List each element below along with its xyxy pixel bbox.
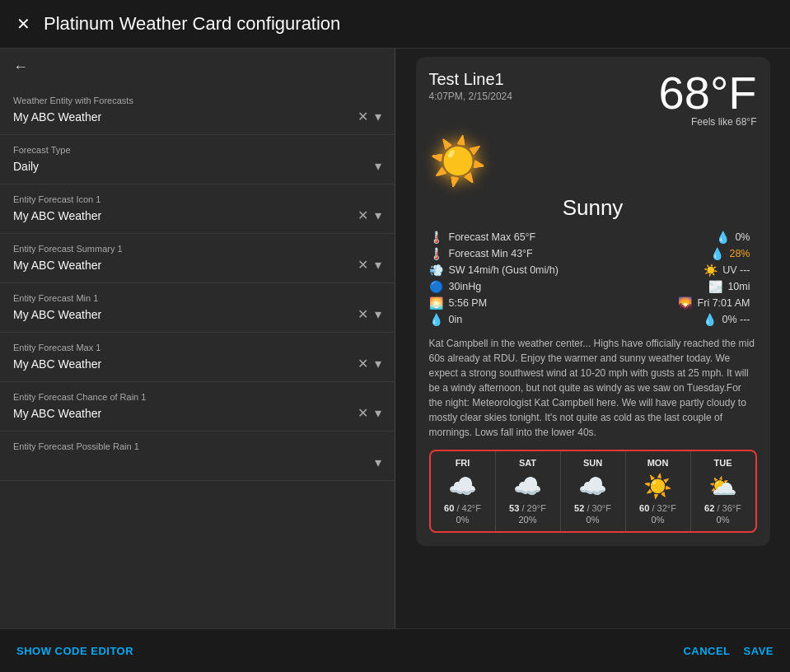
sunrise-icon: 🌄 <box>678 296 693 310</box>
pressure-detail: 30inHg <box>449 281 482 292</box>
forecast-icon-sat: ☁️ <box>499 473 557 500</box>
field-weather-entity: Weather Entity with Forecasts My ABC Wea… <box>0 86 395 135</box>
field-forecast-icon-1: Entity Forecast Icon 1 My ABC Weather ✕ … <box>0 184 395 234</box>
forecast-temps-tue: 62 / 36°F <box>694 503 752 513</box>
save-button[interactable]: SAVE <box>744 645 774 657</box>
card-condition: Sunny <box>429 195 757 221</box>
uv-detail: UV --- <box>722 264 750 276</box>
field-value-forecast-summary-1: My ABC Weather <box>13 259 101 272</box>
rain-pct-icon: 💧 <box>702 313 717 326</box>
field-forecast-chance-rain-1: Entity Forecast Chance of Rain 1 My ABC … <box>0 382 395 432</box>
field-forecast-possible-rain-1: Entity Forecast Possible Rain 1 ▾ <box>0 432 395 481</box>
forecast-day-name-tue: TUE <box>694 458 752 468</box>
field-label-forecast-icon-1: Entity Forecast Icon 1 <box>13 194 381 204</box>
pressure-icon: 🔵 <box>429 280 444 293</box>
sun-icon: ☀️ <box>429 134 487 189</box>
rain-chance-value: 0% <box>735 231 750 243</box>
forecast-day-fri: FRI ☁️ 60 / 42°F 0% <box>431 451 496 531</box>
forecast-icon-mon: ☀️ <box>629 473 687 500</box>
thermometer-up-icon: 🌡️ <box>429 231 444 244</box>
thermometer-down-icon: 🌡️ <box>429 247 444 260</box>
forecast-day-name-sat: SAT <box>499 458 557 468</box>
chevron-down-icon-forecast-possible-rain-1[interactable]: ▾ <box>375 455 381 470</box>
forecast-precip-sat: 20% <box>499 515 557 525</box>
wind-detail: SW 14mi/h (Gust 0mi/h) <box>449 264 559 276</box>
cancel-button[interactable]: CANCEL <box>683 645 730 657</box>
forecast-temps-sat: 53 / 29°F <box>499 503 557 513</box>
footer: SHOW CODE EDITOR CANCEL SAVE <box>0 628 790 672</box>
forecast-icon-sun: ☁️ <box>564 473 622 500</box>
forecast-day-name-sun: SUN <box>564 458 622 468</box>
field-label-forecast-summary-1: Entity Forecast Summary 1 <box>13 244 381 254</box>
forecast-precip-sun: 0% <box>564 515 622 525</box>
weather-card: Test Line1 4:07PM, 2/15/2024 68°F Feels … <box>416 57 770 546</box>
forecast-icon-tue: ⛅ <box>694 473 752 500</box>
rain-in-icon: 💧 <box>429 313 444 326</box>
show-code-editor-button[interactable]: SHOW CODE EDITOR <box>16 645 133 657</box>
back-arrow-icon: ← <box>13 58 28 76</box>
field-value-forecast-icon-1: My ABC Weather <box>13 209 101 222</box>
field-value-weather-entity: My ABC Weather <box>13 110 101 124</box>
card-datetime: 4:07PM, 2/15/2024 <box>429 91 512 102</box>
field-label-forecast-min-1: Entity Forecast Min 1 <box>13 293 381 303</box>
close-icon[interactable]: ✕ <box>16 14 30 34</box>
card-temperature: 68°F <box>659 70 757 116</box>
forecast-temps-sun: 52 / 30°F <box>564 503 622 513</box>
forecast-temps-mon: 60 / 32°F <box>629 503 687 513</box>
forecast-precip-mon: 0% <box>629 515 687 525</box>
chevron-down-icon-forecast-chance-rain-1[interactable]: ▾ <box>375 405 381 421</box>
rain-chance-2-value: 28% <box>729 248 750 259</box>
field-value-forecast-chance-rain-1: My ABC Weather <box>13 407 101 420</box>
sunset-detail: 5:56 PM <box>449 297 488 309</box>
back-button[interactable]: ← <box>0 49 395 86</box>
clear-icon-forecast-chance-rain-1[interactable]: ✕ <box>358 405 368 421</box>
field-forecast-max-1: Entity Forecast Max 1 My ABC Weather ✕ ▾ <box>0 333 395 382</box>
forecast-strip: FRI ☁️ 60 / 42°F 0% SAT ☁️ 53 / 29°F 20%… <box>429 450 757 533</box>
card-title: Test Line1 <box>429 70 512 89</box>
forecast-temps-fri: 60 / 42°F <box>434 503 492 513</box>
forecast-precip-fri: 0% <box>434 515 492 525</box>
field-forecast-summary-1: Entity Forecast Summary 1 My ABC Weather… <box>0 234 395 283</box>
field-value-forecast-type: Daily <box>13 160 39 173</box>
chevron-down-icon-weather-entity[interactable]: ▾ <box>375 109 381 124</box>
forecast-precip-tue: 0% <box>694 515 752 525</box>
field-label-forecast-chance-rain-1: Entity Forecast Chance of Rain 1 <box>13 392 381 402</box>
card-description: Kat Campbell in the weather center... Hi… <box>429 336 757 440</box>
field-forecast-type: Forecast Type Daily ▾ <box>0 135 395 184</box>
forecast-day-mon: MON ☀️ 60 / 32°F 0% <box>626 451 691 531</box>
clear-icon-forecast-min-1[interactable]: ✕ <box>358 306 368 322</box>
field-forecast-min-1: Entity Forecast Min 1 My ABC Weather ✕ ▾ <box>0 283 395 333</box>
rain-in-detail: 0in <box>449 314 463 325</box>
sunrise-detail: Fri 7:01 AM <box>698 297 750 309</box>
chevron-down-icon-forecast-min-1[interactable]: ▾ <box>375 306 381 322</box>
right-panel: Test Line1 4:07PM, 2/15/2024 68°F Feels … <box>395 49 790 628</box>
clear-icon-forecast-icon-1[interactable]: ✕ <box>358 208 368 223</box>
chevron-down-icon-forecast-type[interactable]: ▾ <box>375 158 381 174</box>
field-label-forecast-type: Forecast Type <box>13 145 381 155</box>
forecast-day-sun: SUN ☁️ 52 / 30°F 0% <box>561 451 626 531</box>
forecast-min-detail: Forecast Min 43°F <box>449 248 533 259</box>
rain-chance-2-icon: 💧 <box>709 247 724 260</box>
uv-icon: ☀️ <box>703 264 718 277</box>
rain-pct-detail: 0% --- <box>722 314 750 325</box>
forecast-day-name-mon: MON <box>629 458 687 468</box>
clear-icon-weather-entity[interactable]: ✕ <box>358 109 368 124</box>
page-title: Platinum Weather Card configuration <box>44 13 340 35</box>
forecast-day-tue: TUE ⛅ 62 / 36°F 0% <box>691 451 755 531</box>
left-panel: ← Weather Entity with Forecasts My ABC W… <box>0 49 395 628</box>
field-label-forecast-max-1: Entity Forecast Max 1 <box>13 343 381 352</box>
clear-icon-forecast-max-1[interactable]: ✕ <box>358 356 368 371</box>
forecast-icon-fri: ☁️ <box>434 473 492 500</box>
card-details: 🌡️ Forecast Max 65°F 💧 0% 🌡️ Forecast Mi… <box>429 231 757 326</box>
sunset-icon: 🌅 <box>429 296 444 310</box>
rain-chance-icon: 💧 <box>715 231 730 244</box>
chevron-down-icon-forecast-max-1[interactable]: ▾ <box>375 356 381 371</box>
chevron-down-icon-forecast-icon-1[interactable]: ▾ <box>375 208 381 223</box>
field-value-forecast-min-1: My ABC Weather <box>13 308 101 321</box>
visibility-icon: 🌫️ <box>708 280 722 293</box>
forecast-max-detail: Forecast Max 65°F <box>449 231 536 243</box>
clear-icon-forecast-summary-1[interactable]: ✕ <box>358 257 368 273</box>
title-bar: ✕ Platinum Weather Card configuration <box>0 0 790 49</box>
chevron-down-icon-forecast-summary-1[interactable]: ▾ <box>375 257 381 273</box>
visibility-detail: 10mi <box>727 281 750 292</box>
